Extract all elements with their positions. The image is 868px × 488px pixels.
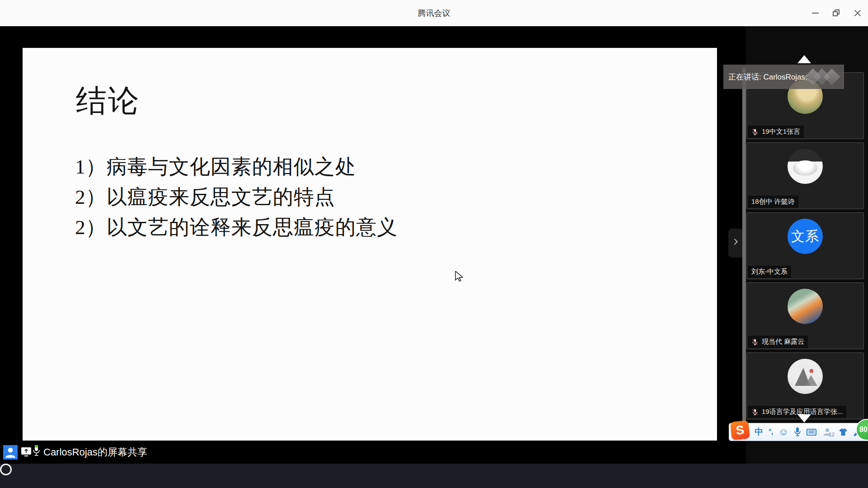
scroll-up-arrow[interactable] <box>797 55 811 63</box>
chevron-right-icon <box>731 239 738 245</box>
avatar: 文系 <box>788 219 823 254</box>
mouse-cursor <box>454 271 464 282</box>
title-bar: 腾讯会议 <box>0 0 868 26</box>
virtual-keyboard-icon[interactable] <box>807 429 816 436</box>
participant-tile[interactable]: 19语言学及应用语言学张... <box>746 352 864 419</box>
participant-name: 刘东-中文系 <box>751 267 788 276</box>
active-speaker-banner: 正在讲话: CarlosRojas; <box>723 65 844 89</box>
sidebar-scrollbar[interactable] <box>742 68 746 425</box>
close-button[interactable] <box>848 0 868 26</box>
taskbar: e 聚氨酯直埋管 搜索一下 e e W 51℃ CPU温度 + <box>0 464 868 488</box>
slide-title: 结论 <box>76 80 140 122</box>
mountain-avatar-icon <box>788 359 823 394</box>
avatar <box>788 289 823 324</box>
voice-input-icon[interactable] <box>794 427 801 437</box>
participant-tile[interactable]: 现当代 麻露云 <box>746 282 864 349</box>
app-window: 腾讯会议 结论 1）病毒与文化因素的相似之处 2）以瘟疫来反思文艺的特点 2）以… <box>0 0 868 488</box>
slide-bullet: 2）以瘟疫来反思文艺的特点 <box>75 182 398 212</box>
score-text: 80 <box>859 426 868 434</box>
participant-name: 18创中 许懿诗 <box>751 197 795 206</box>
shared-screen-area: 结论 1）病毒与文化因素的相似之处 2）以瘟疫来反思文艺的特点 2）以文艺的诠释… <box>0 26 746 464</box>
muted-mic-icon <box>751 338 759 346</box>
minimize-button[interactable] <box>807 0 827 26</box>
sogou-logo-icon[interactable]: S <box>730 420 750 440</box>
scroll-down-arrow[interactable] <box>797 414 811 422</box>
emoji-icon[interactable]: ☺ <box>778 426 788 438</box>
participant-name-label: 19中文1张言 <box>748 126 804 138</box>
participant-name-label: 18创中 许懿诗 <box>748 196 798 208</box>
slide-bullet-list: 1）病毒与文化因素的相似之处 2）以瘟疫来反思文艺的特点 2）以文艺的诠释来反思… <box>75 152 398 243</box>
avatar <box>788 149 823 184</box>
ime-skin-icon[interactable] <box>838 428 848 436</box>
participant-name: 19中文1张言 <box>762 127 800 136</box>
close-icon <box>854 9 862 17</box>
participant-name-label: 现当代 麻露云 <box>748 336 808 348</box>
microphone-level-icon <box>33 445 40 458</box>
ime-punctuation-toggle[interactable]: °, <box>769 427 773 436</box>
screen-share-icon <box>21 447 32 457</box>
slide-bullet: 2）以文艺的诠释来反思瘟疫的意义 <box>75 212 398 243</box>
presentation-slide: 结论 1）病毒与文化因素的相似之处 2）以瘟疫来反思文艺的特点 2）以文艺的诠释… <box>23 48 717 441</box>
share-banner: CarlosRojas的屏幕共享 <box>0 441 746 464</box>
muted-mic-icon <box>751 408 759 416</box>
restore-icon-front <box>833 11 838 16</box>
ime-account-icon[interactable]: 12 <box>822 427 833 437</box>
participant-name: 现当代 麻露云 <box>762 338 804 346</box>
slide-bullet: 1）病毒与文化因素的相似之处 <box>75 152 398 182</box>
cortana-icon[interactable] <box>0 464 12 475</box>
restore-button[interactable] <box>827 0 848 26</box>
meeting-watermark-icon <box>824 69 840 85</box>
avatar-initials: 文系 <box>791 227 819 246</box>
avatar <box>788 359 823 394</box>
ime-account-badge: 12 <box>829 432 835 438</box>
minimize-icon <box>812 13 819 14</box>
ime-mode-toggle[interactable]: 中 <box>755 426 763 438</box>
participant-name-label: 刘东-中文系 <box>748 266 791 278</box>
sogou-letter: S <box>735 423 745 438</box>
share-banner-label: CarlosRojas的屏幕共享 <box>43 446 147 459</box>
participant-tile[interactable]: 文系 刘东-中文系 <box>746 212 864 279</box>
ime-toolbar: S 中 °, ☺ 12 <box>729 423 868 441</box>
participants-icon[interactable] <box>3 445 18 460</box>
window-title: 腾讯会议 <box>0 8 868 19</box>
sidebar-collapse-button[interactable] <box>728 229 742 258</box>
active-speaker-text: 正在讲话: CarlosRojas; <box>728 72 807 82</box>
participant-tile[interactable]: 18创中 许懿诗 <box>746 142 864 209</box>
muted-mic-icon <box>751 128 759 136</box>
